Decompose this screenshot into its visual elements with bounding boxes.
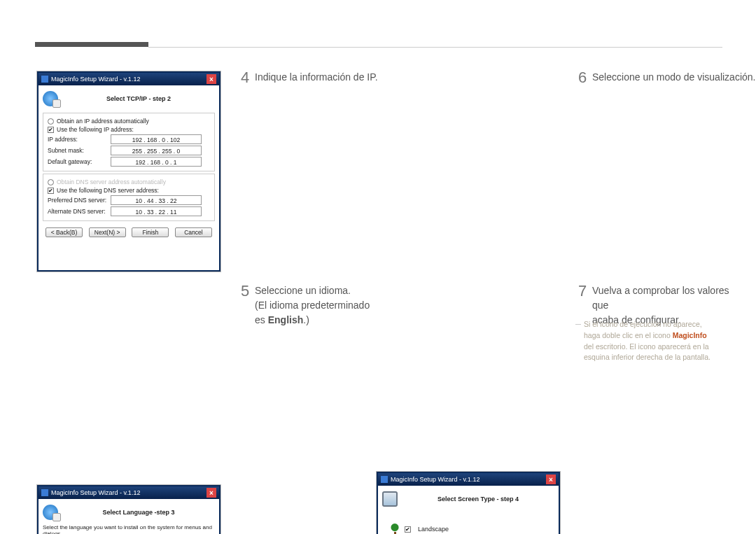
header-chapter-tab [35, 42, 148, 47]
step-header: Select Screen Type - step 4 [402, 496, 554, 503]
finish-button[interactable]: Finish [132, 227, 169, 237]
note-magicinfo: MagicInfo [673, 331, 707, 339]
radio-dns-auto [48, 179, 54, 185]
titlebar[interactable]: MagicInfo Setup Wizard - v.1.12 × [378, 473, 559, 486]
close-icon[interactable]: × [206, 488, 216, 498]
subnet-mask-input[interactable]: 255 . 255 . 255 . 0 [111, 146, 202, 155]
step-5-sub-bold: English [268, 314, 304, 325]
preferred-dns-label: Preferred DNS server: [48, 197, 111, 204]
ip-address-label: IP address: [48, 136, 111, 143]
landscape-label: Landscape [418, 526, 449, 533]
radio-dns-auto-label: Obtain DNS server address automatically [57, 178, 166, 185]
step-5-number: 5 [241, 282, 249, 300]
checkbox-landscape[interactable] [405, 526, 411, 533]
step-6-number: 6 [578, 69, 587, 86]
note-dash [575, 324, 581, 325]
alternate-dns-input[interactable]: 10 . 33 . 22 . 11 [111, 206, 202, 216]
step-4-number: 4 [241, 69, 249, 86]
close-icon[interactable]: × [546, 475, 556, 484]
next-button[interactable]: Next(N) > [89, 227, 126, 237]
app-icon [41, 76, 48, 83]
radio-ip-manual-label: Use the following IP address: [57, 126, 134, 133]
window-title: MagicInfo Setup Wizard - v.1.12 [51, 76, 140, 83]
app-icon [41, 489, 48, 496]
step-5-caption: Seleccione un idioma. [255, 285, 351, 296]
dialog-language: MagicInfo Setup Wizard - v.1.12 × Select… [37, 485, 220, 534]
window-title: MagicInfo Setup Wizard - v.1.12 [391, 476, 479, 483]
titlebar[interactable]: MagicInfo Setup Wizard - v.1.12 × [38, 73, 219, 85]
radio-ip-manual[interactable] [48, 127, 54, 133]
step-6-caption: Seleccione un modo de visualización. [592, 71, 755, 83]
step-7-caption-line1: Vuelva a comprobar los valores que [592, 285, 729, 311]
step-5-sub-post: .) [303, 314, 309, 325]
titlebar[interactable]: MagicInfo Setup Wizard - v.1.12 × [38, 486, 219, 499]
step-header: Select TCP/IP - step 2 [62, 95, 215, 102]
back-button[interactable]: < Back(B) [46, 227, 83, 237]
alternate-dns-label: Alternate DNS server: [48, 208, 111, 215]
window-title: MagicInfo Setup Wizard - v.1.12 [51, 489, 140, 496]
dialog-tcpip: MagicInfo Setup Wizard - v.1.12 × Select… [37, 71, 220, 272]
globe-icon [43, 91, 58, 106]
note-line-4: esquina inferior derecha de la pantalla. [584, 353, 710, 361]
note-line-2a: haga doble clic en el icono [584, 331, 673, 339]
dialog-screen-type: MagicInfo Setup Wizard - v.1.12 × Select… [377, 472, 560, 534]
header-rule [148, 47, 722, 48]
close-icon[interactable]: × [206, 74, 216, 84]
step-7-number: 7 [578, 282, 587, 300]
radio-dns-manual[interactable] [48, 188, 54, 194]
default-gateway-input[interactable]: 192 . 168 . 0 . 1 [111, 157, 202, 167]
radio-ip-auto-label: Obtain an IP address automatically [57, 118, 149, 125]
ip-address-input[interactable]: 192 . 168 . 0 . 102 [111, 134, 202, 144]
globe-icon [43, 505, 58, 520]
app-icon [381, 476, 388, 483]
monitor-icon [382, 491, 398, 507]
subnet-mask-label: Subnet mask: [48, 147, 111, 154]
step-header: Select Language -step 3 [62, 509, 215, 516]
lang-desc: Select the language you want to install … [43, 524, 215, 534]
radio-ip-auto[interactable] [48, 118, 54, 125]
note-line-1: Si el icono de ejecución no aparece, [584, 320, 702, 328]
note-line-3: del escritorio. El icono aparecerá en la [584, 342, 709, 351]
preferred-dns-input[interactable]: 10 . 44 . 33 . 22 [111, 195, 202, 205]
tree-icon [389, 524, 400, 534]
radio-dns-manual-label: Use the following DNS server address: [57, 187, 159, 194]
default-gateway-label: Default gateway: [48, 158, 111, 165]
step-4-caption: Indique la información de IP. [255, 71, 378, 83]
cancel-button[interactable]: Cancel [175, 227, 212, 237]
